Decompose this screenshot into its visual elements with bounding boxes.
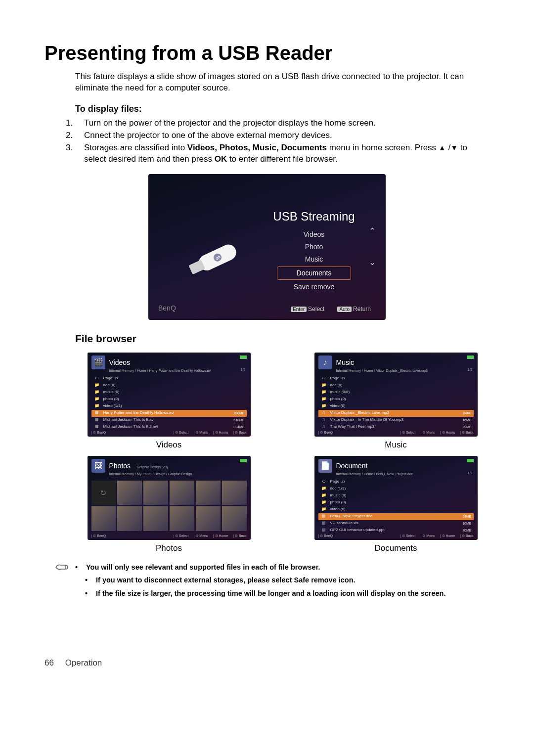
step-3-bold-ok: OK xyxy=(215,154,227,164)
photo-thumb xyxy=(170,481,194,505)
photos-path: Internal Memory / My Photo / Design / Gr… xyxy=(88,472,251,476)
photos-title: Photos xyxy=(109,462,131,470)
usb-menu-videos: Videos xyxy=(262,228,366,241)
action-home: Home xyxy=(213,534,228,538)
action-home: Home xyxy=(440,534,455,538)
row-label: GP2 GUI behavior updated.ppt xyxy=(330,528,461,533)
row-size: 824MB xyxy=(231,425,244,429)
usb-menu-documents: Documents xyxy=(277,267,351,280)
intro-paragraph: This fature displays a slide show of ima… xyxy=(75,71,490,94)
action-back: Back xyxy=(460,430,473,435)
usb-stick-icon: ⇌ xyxy=(178,229,251,287)
folder-icon: 📁 xyxy=(320,486,327,492)
folder-icon: 📁 xyxy=(93,383,100,389)
usb-streaming-screenshot: ⇌ USB Streaming Videos Photo Music Docum… xyxy=(148,174,386,320)
note-1: You will only see relevant and supported… xyxy=(86,562,490,572)
folder-icon: 📁 xyxy=(320,403,327,409)
documents-browser-thumbnail: 📄 Document Internal Memory / Home / BenQ… xyxy=(314,456,478,540)
row-size: 200MB xyxy=(231,411,244,415)
note-2: If you want to disconnect external stora… xyxy=(96,575,490,585)
action-select: Select xyxy=(173,430,188,435)
battery-icon xyxy=(240,459,247,462)
note-3: If the file size is larger, the processi… xyxy=(96,588,490,598)
row-label: Viktor Duplaix _Electric Love.mp3 xyxy=(330,410,461,416)
folder-icon: 📁 xyxy=(320,493,327,499)
usb-menu-save-remove: Save remove xyxy=(262,281,366,293)
row-size: 20MB xyxy=(460,425,471,429)
action-menu: Menu xyxy=(194,534,208,538)
documents-caption: Documents xyxy=(302,543,490,554)
usb-side-icons: ⌃ ⌄ xyxy=(369,226,376,288)
up-icon: ⭮ xyxy=(93,376,100,382)
row-label: doc (0) xyxy=(103,383,245,388)
videos-path: Internal Memory / Home / Harry Potter an… xyxy=(88,368,251,373)
photos-header-icon: 🖼 xyxy=(91,459,105,473)
up-icon: ⭮ xyxy=(320,479,327,485)
file-browser-heading: File browser xyxy=(75,332,490,346)
folder-icon: 📁 xyxy=(320,500,327,506)
brand-small: BenQ xyxy=(91,430,106,435)
action-select: Select xyxy=(173,534,188,538)
battery-icon xyxy=(467,356,474,359)
photo-thumb xyxy=(222,481,247,505)
collapse-down-icon: ⌄ xyxy=(369,257,376,268)
action-back: Back xyxy=(233,430,246,435)
row-label: doc (0) xyxy=(330,383,472,388)
video-file-icon: ▦ xyxy=(93,410,100,416)
action-select: Select xyxy=(400,430,415,435)
brand-small: BenQ xyxy=(91,534,106,538)
hint-select: Select xyxy=(308,306,324,312)
row-label: Page up xyxy=(330,479,472,485)
action-home: Home xyxy=(213,430,228,435)
row-label: photo (0) xyxy=(330,500,472,505)
row-label: music (0) xyxy=(103,390,245,395)
photo-thumb xyxy=(117,506,142,531)
photo-thumb xyxy=(117,481,142,505)
row-label: Michael Jackson This Is It 2.avi xyxy=(103,424,232,430)
row-label: music (0) xyxy=(330,493,472,498)
music-path: Internal Memory / Home / Viktor Duplaix … xyxy=(314,368,478,373)
photo-up-icon: ⭮ xyxy=(91,481,116,505)
page-footer: 66 Operation xyxy=(44,658,490,669)
step-3-text-a: Storages are classified into xyxy=(84,143,187,152)
row-label: photo (0) xyxy=(103,397,245,402)
enter-key-icon: Enter xyxy=(291,307,307,312)
hint-bar: EnterSelect AutoReturn xyxy=(291,305,371,313)
section-name: Operation xyxy=(65,658,102,667)
page-title: Presenting from a USB Reader xyxy=(44,40,490,66)
music-file-icon: ♫ xyxy=(320,417,327,423)
row-label: VD schedule.xls xyxy=(330,521,461,526)
step-2: Cnnect the projector to one of the above… xyxy=(75,130,490,141)
bullet-icon: • xyxy=(85,588,90,598)
note-hand-icon xyxy=(54,562,69,572)
to-display-files-heading: To display files: xyxy=(75,103,490,115)
steps-list: Turn on the power of the projector and t… xyxy=(75,118,490,165)
step-3-text-c: menu in home screen. Press xyxy=(327,143,439,152)
music-browser-thumbnail: ♪ Music Internal Memory / Home / Viktor … xyxy=(314,353,478,437)
brand-small: BenQ xyxy=(318,430,333,435)
videos-rows: ⭮Page up 📁doc (0) 📁music (0) 📁photo (0) … xyxy=(88,375,251,431)
brand-small: BenQ xyxy=(318,534,333,538)
row-size: 20MB xyxy=(460,528,471,533)
row-label: video (0) xyxy=(330,507,472,512)
photos-browser-thumbnail: 🖼 Photos Graphic Design (20) Internal Me… xyxy=(88,456,251,540)
row-label: The Way That I Feel.mp3 xyxy=(330,424,461,430)
row-size: 618MB xyxy=(231,418,244,422)
music-file-icon: ♫ xyxy=(320,410,327,416)
step-1: Turn on the power of the projector and t… xyxy=(75,118,490,129)
row-label: Harry Potter and the Deathly Hallows.avi xyxy=(103,410,232,416)
photo-thumb xyxy=(196,481,221,505)
row-label: BenQ_New_Project.doc xyxy=(330,514,461,519)
usb-streaming-title: USB Streaming xyxy=(262,209,366,224)
music-page: 1/3 xyxy=(468,367,473,372)
videos-header-icon: 🎬 xyxy=(91,356,105,369)
action-select: Select xyxy=(400,534,415,538)
videos-title: Videos xyxy=(109,358,131,367)
row-size: 24MB xyxy=(460,514,471,519)
action-back: Back xyxy=(460,534,473,538)
action-back: Back xyxy=(233,534,246,538)
folder-icon: 📁 xyxy=(320,507,327,513)
photos-caption: Photos xyxy=(75,543,263,554)
row-label: Page up xyxy=(330,376,472,381)
step-3-bold-categories: Videos, Photos, Music, Documents xyxy=(187,143,327,152)
